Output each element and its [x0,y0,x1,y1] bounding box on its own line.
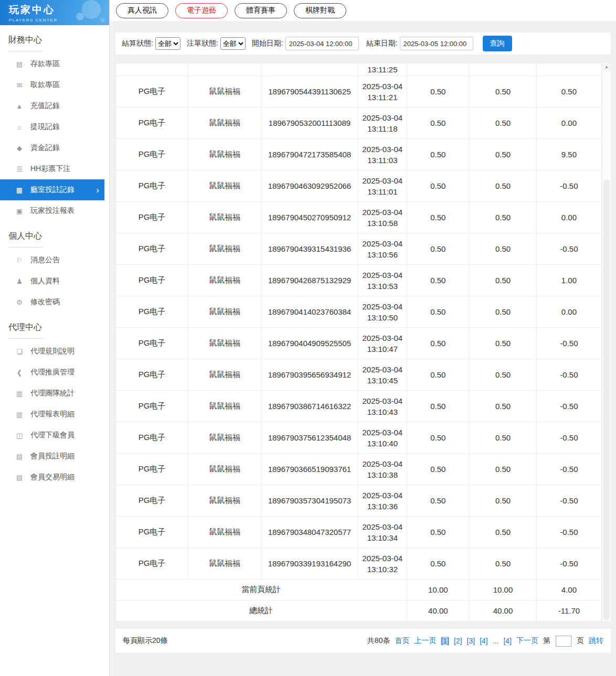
jump-suffix-label: 页 [577,636,584,646]
page-number-link[interactable]: [4] [503,637,512,645]
bet-time: 13:10:58 [360,218,405,229]
table-row: PG电子鼠鼠福福18967904721735854082025-03-0413:… [116,139,602,170]
bet-date: 2025-03-04 [360,332,405,344]
bet-amount-cell: 0.50 [407,139,469,170]
game-cell: 鼠鼠福福 [188,76,261,108]
sidebar-item-label: 充值記錄 [30,101,60,111]
sidebar-item[interactable]: ▣玩家投注報表 [0,200,109,221]
filter-bar: 結算狀態: 全部 注單狀態: 全部 開始日期: 結束日期: 查詢 [115,33,611,55]
table-scrollbar[interactable]: ▲ [602,63,611,621]
sidebar-item[interactable]: ♟個人資料 [0,271,109,292]
order-id-cell: 1896790472173585408 [261,139,358,170]
start-date-input[interactable] [285,37,359,50]
order-id-cell [261,63,358,76]
table-row: PG电子鼠鼠福福18967904393154319362025-03-0413:… [116,233,602,265]
table-row: PG电子鼠鼠福福18967904268751329292025-03-0413:… [116,265,602,296]
sidebar-item[interactable]: ◆資金記錄 [0,137,109,158]
bet-time-cell: 2025-03-0413:10:40 [358,422,407,454]
sidebar-item[interactable]: ▥代理團隊統計 [0,383,109,404]
sidebar-item[interactable]: ▤會員交易明細 [0,467,109,488]
end-date-input[interactable] [400,37,473,50]
sidebar-item[interactable]: ❮代理推廣管理 [0,362,109,383]
sidebar-item[interactable]: ❏代理規則說明 [0,341,109,362]
game-cell: 鼠鼠福福 [188,170,261,202]
next-page-link[interactable]: 下一页 [516,636,538,646]
sidebar-item-label: 會員交易明細 [30,473,75,482]
recharge-icon: ▲ [15,102,24,110]
provider-cell: PG电子 [116,359,188,391]
game-cell: 鼠鼠福福 [188,265,261,296]
bet-date: 2025-03-04 [360,301,405,312]
page-jump-input[interactable] [556,636,571,647]
page-number-link[interactable]: [2] [454,637,462,645]
sidebar-item[interactable]: ☰HH彩票下注 [0,158,109,179]
sidebar-item-label: 玩家投注報表 [30,206,75,216]
search-button[interactable]: 查詢 [483,36,512,51]
summary-win-loss-cell: -11.70 [536,600,601,621]
report-icon: ▣ [15,207,24,215]
category-tab[interactable]: 電子遊藝 [175,3,228,18]
provider-cell: PG电子 [116,454,188,485]
bet-time-cell: 2025-03-0413:11:03 [358,139,407,170]
sidebar-item[interactable]: ⚙修改密碼 [0,292,109,313]
prev-page-link[interactable]: 上一页 [414,636,436,646]
provider-cell: PG电子 [116,296,188,328]
order-status-select[interactable]: 全部 [220,37,246,50]
sidebar-item[interactable]: ▥代理報表明細 [0,404,109,425]
scroll-up-arrow-icon[interactable]: ▲ [602,63,611,71]
bet-date: 2025-03-04 [360,553,405,564]
sidebar-item[interactable]: ▤會員投註明細 [0,446,109,467]
sidebar-item[interactable]: ✉取款專區 [0,74,109,95]
scrollbar-thumb[interactable] [603,179,610,620]
provider-cell: PG电子 [116,391,188,422]
bet-amount-cell: 0.50 [407,76,469,108]
settle-status-label: 結算狀態: [122,39,153,48]
bet-time: 13:10:36 [360,501,405,512]
bet-time: 13:10:40 [360,438,405,449]
game-cell: 鼠鼠福福 [188,517,261,548]
category-tab[interactable]: 真人視訊 [116,3,168,18]
players-center-page: 玩家中心 PLAYERS CENTER 財務中心▤存款專區✉取款專區▲充值記錄⌂… [0,0,616,676]
sidebar-item[interactable]: ◫代理下級會員 [0,425,109,446]
sidebar-item[interactable]: ▦廳室投註記錄› [0,179,104,200]
sidebar-section-title: 財務中心 [8,31,101,51]
provider-cell: PG电子 [116,170,188,202]
order-id-cell: 1896790366519093761 [261,454,358,485]
table-row: PG电子鼠鼠福福18967903665190937612025-03-0413:… [116,454,602,485]
valid-bet-cell: 0.50 [470,233,537,265]
bet-time-cell: 2025-03-0413:10:34 [358,517,407,548]
bet-date: 2025-03-04 [360,144,405,155]
bet-time: 13:10:50 [360,312,405,323]
bet-time-cell: 2025-03-0413:10:53 [358,265,407,296]
category-tab[interactable]: 體育賽事 [235,3,287,18]
jump-button[interactable]: 跳转 [589,636,603,646]
user-icon: ♟ [15,277,24,285]
sidebar-item[interactable]: ⌂提現記錄 [0,116,109,137]
table-row: PG电子鼠鼠福福18967903756123540482025-03-0413:… [116,422,602,454]
game-cell: 鼠鼠福福 [188,233,261,265]
total-summary-row: 總統計40.0040.00-11.70 [116,600,602,621]
bet-time-cell: 2025-03-0413:11:01 [358,170,407,202]
page-number-link[interactable]: [1] [441,637,449,645]
bet-date: 2025-03-04 [360,112,405,123]
bet-time-cell: 2025-03-0413:10:56 [358,233,407,265]
provider-cell: PG电子 [116,233,188,265]
sidebar-item[interactable]: ▲充值記錄 [0,95,109,116]
order-id-cell: 1896790357304195073 [261,485,358,517]
settle-status-select[interactable]: 全部 [155,37,180,50]
bet-amount-cell: 0.50 [407,422,469,454]
page-number-link[interactable]: [4] [480,637,488,645]
table-row: PG电子鼠鼠福福18967904502709509122025-03-0413:… [116,202,602,233]
first-page-link[interactable]: 首页 [395,636,409,646]
page-number-link[interactable]: [3] [467,637,475,645]
per-page-label: 每頁顯示20條 [123,636,168,646]
bet-amount-cell: 0.50 [407,548,469,580]
provider-cell: PG电子 [116,265,188,296]
category-tab[interactable]: 棋牌對戰 [294,3,346,18]
summary-bet-cell: 10.00 [407,580,469,600]
summary-label: 當前頁統計 [116,580,407,600]
win-loss-cell: -0.50 [536,359,601,391]
sidebar-item[interactable]: ⚐消息公告 [0,250,109,271]
sidebar-item[interactable]: ▤存款專區 [0,53,109,74]
valid-bet-cell: 0.50 [470,108,537,139]
